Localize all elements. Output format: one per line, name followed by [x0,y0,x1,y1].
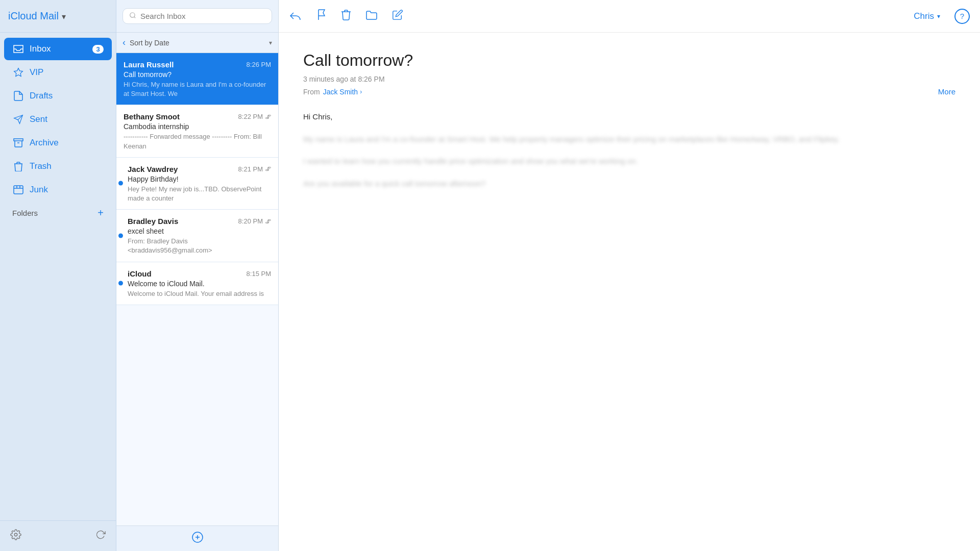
svg-point-10 [130,13,135,17]
vip-icon [12,66,24,79]
sort-chevron[interactable]: ▾ [269,39,272,46]
back-button[interactable]: ‹ [122,37,126,48]
email-sender: Bradley Davis [128,217,234,226]
sidebar-footer [0,520,116,551]
email-detail: Chris ▾ ? Call tomorrow? 3 minutes ago a… [279,0,980,551]
user-chevron-icon: ▾ [937,13,940,20]
search-icon [129,12,136,20]
sidebar-item-vip[interactable]: VIP [4,61,112,84]
flag-button[interactable] [316,9,327,23]
email-time: 8:21 PM [238,165,263,173]
email-item[interactable]: Bradley Davis 8:20 PM 🖇 excel sheet From… [116,210,278,262]
sidebar-item-trash[interactable]: Trash [4,155,112,178]
settings-icon[interactable] [10,529,21,543]
sidebar: iCloud Mail ▾ Inbox 3 [0,0,116,551]
sort-bar: ‹ Sort by Date ▾ [116,33,278,53]
app-logo: iCloud Mail ▾ [8,10,66,22]
sidebar-item-inbox[interactable]: Inbox 3 [4,38,112,60]
search-box[interactable] [122,8,272,24]
junk-label: Junk [30,185,104,195]
email-body-line1: My name is Laura and I'm a co-founder at… [303,133,955,146]
compose-button[interactable] [392,9,403,23]
email-time: 8:20 PM [238,217,263,225]
help-icon: ? [960,12,964,20]
email-sender: Jack Vawdrey [128,165,234,173]
email-sender: Bethany Smoot [124,112,234,121]
folders-header: Folders + [0,202,116,224]
email-list: Laura Russell 8:26 PM Call tomorrow? Hi … [116,53,278,525]
trash-button[interactable] [341,9,351,23]
email-subject: Welcome to iCloud Mail. [124,280,271,288]
from-name[interactable]: Jack Smith [323,88,358,96]
email-body-line2: I wanted to learn how you currently hand… [303,155,955,168]
svg-rect-5 [14,186,23,194]
svg-point-9 [14,533,17,536]
svg-line-11 [134,17,136,18]
email-body: Hi Chris, My name is Laura and I'm a co-… [303,110,955,190]
email-from-row: From Jack Smith › More [303,87,955,96]
email-detail-content: Call tomorrow? 3 minutes ago at 8:26 PM … [279,33,980,551]
drafts-label: Drafts [30,91,104,101]
email-list-footer [116,525,278,551]
email-title: Call tomorrow? [303,51,955,70]
email-time: 8:22 PM [238,113,263,120]
reply-button[interactable] [289,9,302,23]
email-preview: Hi Chris, My name is Laura and I'm a co-… [124,80,271,98]
svg-rect-3 [14,139,23,141]
sent-icon [12,113,24,126]
detail-toolbar: Chris ▾ ? [279,0,980,33]
attachment-icon: 🖇 [265,165,271,172]
email-time: 8:26 PM [247,61,271,68]
inbox-badge: 3 [92,45,104,54]
unread-indicator [118,233,123,238]
inbox-label: Inbox [30,44,92,54]
sent-label: Sent [30,114,104,124]
email-item[interactable]: iCloud 8:15 PM Welcome to iCloud Mail. W… [116,262,278,305]
trash-icon [12,160,24,172]
from-chevron-icon[interactable]: › [360,88,362,95]
more-button[interactable]: More [938,87,955,96]
email-item[interactable]: Jack Vawdrey 8:21 PM 🖇 Happy Birthday! H… [116,158,278,210]
email-sender: Laura Russell [124,60,242,69]
unread-indicator [118,181,123,186]
email-sender: iCloud [128,269,242,278]
refresh-icon[interactable] [95,530,106,542]
email-time: 8:15 PM [247,270,271,278]
svg-marker-0 [14,68,23,77]
search-input[interactable] [140,12,265,20]
add-folder-button[interactable]: + [97,207,104,219]
email-preview: From: Bradley Davis <braddavis956@gmail.… [124,237,271,255]
email-subject: excel sheet [124,227,271,235]
junk-icon [12,184,24,196]
vip-label: VIP [30,67,104,78]
email-body-line3: Are you available for a quick call tomor… [303,177,955,190]
sidebar-header: iCloud Mail ▾ [0,0,116,33]
unread-indicator [118,281,123,286]
drafts-icon [12,90,24,102]
sidebar-nav: Inbox 3 VIP [0,33,116,520]
sidebar-item-archive[interactable]: Archive [4,132,112,154]
folders-label: Folders [12,209,38,217]
sidebar-item-drafts[interactable]: Drafts [4,85,112,107]
compose-footer-icon[interactable] [191,531,204,546]
folder-button[interactable] [365,10,378,23]
inbox-icon [12,43,24,55]
email-item[interactable]: Bethany Smoot 8:22 PM 🖇 Cambodia interns… [116,105,278,157]
sort-label: Sort by Date [130,39,269,47]
email-preview: ----------- Forwarded message --------- … [124,132,271,151]
email-greeting: Hi Chris, [303,110,955,123]
help-button[interactable]: ? [954,9,970,24]
archive-icon [12,137,24,149]
user-menu[interactable]: Chris ▾ [914,11,940,21]
email-item[interactable]: Laura Russell 8:26 PM Call tomorrow? Hi … [116,53,278,105]
sidebar-item-junk[interactable]: Junk [4,179,112,201]
trash-label: Trash [30,161,104,171]
from-label: From [303,88,320,96]
email-subject: Happy Birthday! [124,175,271,183]
attachment-icon: 🖇 [265,113,271,120]
archive-label: Archive [30,138,104,148]
attachment-icon: 🖇 [265,218,271,225]
email-date: 3 minutes ago at 8:26 PM [303,75,955,83]
email-list-header [116,0,278,33]
sidebar-item-sent[interactable]: Sent [4,108,112,131]
